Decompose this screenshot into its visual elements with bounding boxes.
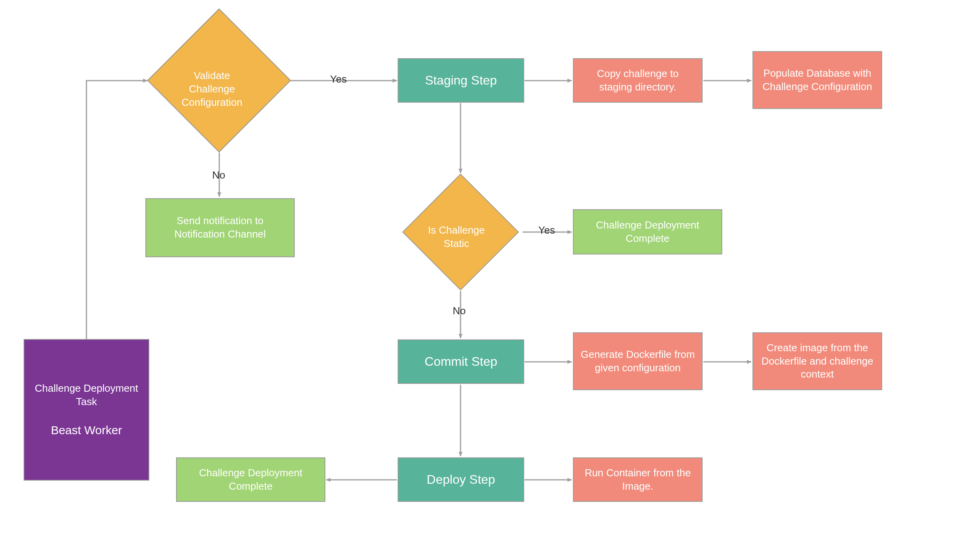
label-static-no: No — [453, 305, 466, 317]
node-deploy-complete-final: Challenge Deployment Complete — [176, 457, 325, 502]
worker-subtitle: Beast Worker — [51, 422, 122, 438]
populate-db-label: Populate Database with Challenge Configu… — [759, 67, 876, 94]
node-send-notification: Send notification to Notification Channe… — [145, 198, 295, 257]
run-container-label: Run Container from the Image. — [579, 466, 696, 493]
copy-challenge-label: Copy challenge to staging directory. — [579, 67, 696, 94]
node-commit-step: Commit Step — [398, 339, 524, 384]
commit-label: Commit Step — [425, 354, 497, 370]
flowchart-canvas: Challenge Deployment Task Beast Worker V… — [0, 0, 980, 540]
node-populate-db: Populate Database with Challenge Configu… — [752, 51, 882, 109]
staging-label: Staging Step — [425, 72, 497, 89]
is-static-label: Is Challenge Static — [417, 224, 496, 251]
worker-title: Challenge Deployment Task — [30, 382, 143, 409]
node-deploy-complete-static: Challenge Deployment Complete — [573, 209, 722, 254]
node-deploy-step: Deploy Step — [398, 457, 524, 502]
node-copy-challenge: Copy challenge to staging directory. — [573, 58, 703, 103]
deploy-label: Deploy Step — [427, 472, 495, 488]
label-static-yes: Yes — [538, 224, 555, 236]
gen-dockerfile-label: Generate Dockerfile from given configura… — [579, 348, 696, 375]
node-create-image: Create image from the Dockerfile and cha… — [752, 332, 882, 390]
deploy-complete1-label: Challenge Deployment Complete — [579, 219, 716, 245]
node-is-static: Is Challenge Static — [402, 174, 519, 291]
node-validate-config: Validate Challenge Configuration — [147, 8, 291, 152]
node-generate-dockerfile: Generate Dockerfile from given configura… — [573, 332, 703, 390]
node-staging-step: Staging Step — [398, 58, 524, 103]
validate-label: Validate Challenge Configuration — [173, 69, 251, 109]
create-image-label: Create image from the Dockerfile and cha… — [759, 341, 876, 381]
label-validate-no: No — [212, 169, 225, 181]
node-beast-worker: Challenge Deployment Task Beast Worker — [24, 339, 149, 481]
send-notify-label: Send notification to Notification Channe… — [152, 214, 288, 241]
label-validate-yes: Yes — [330, 73, 347, 85]
node-run-container: Run Container from the Image. — [573, 457, 703, 502]
deploy-complete2-label: Challenge Deployment Complete — [182, 466, 319, 493]
